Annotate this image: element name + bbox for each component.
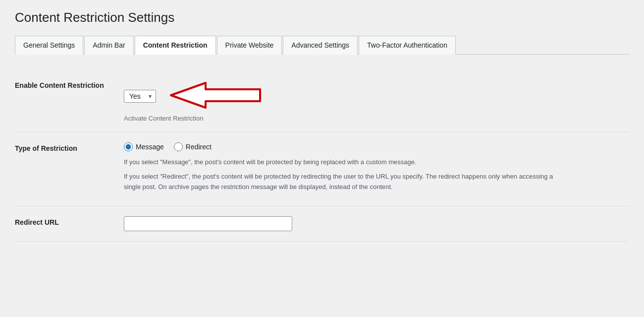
type-of-restriction-row: Type of Restriction Message Redirect If … bbox=[15, 132, 629, 206]
enable-content-restriction-select[interactable]: Yes No bbox=[129, 92, 151, 100]
tab-two-factor-auth[interactable]: Two-Factor Authentication bbox=[359, 36, 456, 55]
radio-option-message[interactable]: Message bbox=[124, 142, 164, 151]
enable-content-restriction-control: Yes No ▾ Activate Content Restriction bbox=[124, 79, 629, 122]
redirect-url-label: Redirect URL bbox=[15, 216, 124, 226]
type-of-restriction-control: Message Redirect If you select "Message"… bbox=[124, 142, 629, 196]
tab-general-settings[interactable]: General Settings bbox=[15, 36, 83, 55]
arrow-container: Yes No ▾ bbox=[124, 80, 629, 112]
tabs-container: General Settings Admin Bar Content Restr… bbox=[15, 35, 629, 55]
svg-marker-0 bbox=[171, 83, 260, 108]
radio-group-restriction-type: Message Redirect bbox=[124, 142, 629, 151]
redirect-url-input[interactable] bbox=[124, 216, 292, 231]
radio-message-input[interactable] bbox=[124, 142, 133, 151]
description-redirect-text: If you select "Redirect", the post's con… bbox=[124, 172, 570, 192]
red-arrow-indicator bbox=[166, 80, 265, 112]
radio-redirect-input[interactable] bbox=[174, 142, 183, 151]
settings-content: Enable Content Restriction Yes No ▾ bbox=[15, 69, 629, 242]
radio-redirect-label: Redirect bbox=[186, 143, 212, 151]
redirect-url-row: Redirect URL bbox=[15, 206, 629, 242]
tab-advanced-settings[interactable]: Advanced Settings bbox=[283, 36, 358, 55]
enable-content-restriction-label: Enable Content Restriction bbox=[15, 79, 124, 89]
radio-option-redirect[interactable]: Redirect bbox=[174, 142, 212, 151]
enable-content-restriction-hint: Activate Content Restriction bbox=[124, 115, 629, 122]
radio-message-label: Message bbox=[136, 143, 164, 151]
page-container: Content Restriction Settings General Set… bbox=[0, 0, 644, 252]
description-message-text: If you select "Message", the post's cont… bbox=[124, 157, 570, 168]
tab-content-restriction[interactable]: Content Restriction bbox=[135, 36, 216, 55]
tab-admin-bar[interactable]: Admin Bar bbox=[84, 36, 133, 55]
redirect-url-control bbox=[124, 216, 629, 231]
enable-content-restriction-select-wrapper[interactable]: Yes No ▾ bbox=[124, 90, 156, 103]
enable-content-restriction-row: Enable Content Restriction Yes No ▾ bbox=[15, 69, 629, 132]
type-of-restriction-label: Type of Restriction bbox=[15, 142, 124, 152]
tab-private-website[interactable]: Private Website bbox=[217, 36, 282, 55]
page-title: Content Restriction Settings bbox=[15, 10, 629, 25]
